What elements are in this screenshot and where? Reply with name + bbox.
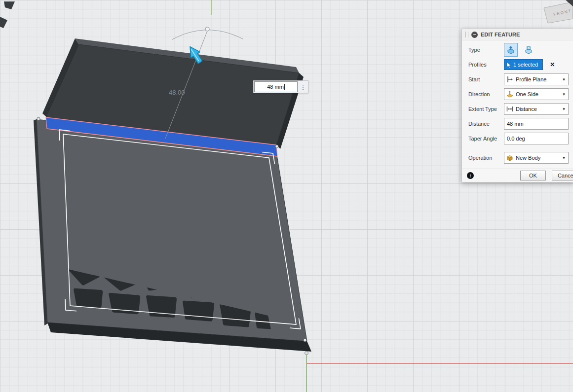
- row-start: Start Profile Plane ▾: [462, 72, 573, 87]
- arc-handle-dot[interactable]: [205, 27, 209, 31]
- kebab-menu-icon[interactable]: ⋮: [298, 81, 308, 93]
- distance-input[interactable]: 48 mm: [504, 118, 569, 130]
- distance-value: 48 mm: [507, 121, 524, 127]
- row-profiles: Profiles 1 selected ✕: [462, 57, 573, 72]
- distance-extent-icon: [506, 105, 514, 113]
- one-side-icon: [506, 90, 514, 98]
- operation-dropdown[interactable]: New Body ▾: [504, 152, 569, 164]
- cursor-icon: [506, 62, 511, 68]
- rotate-arc[interactable]: [172, 30, 243, 39]
- row-taper-angle: Taper Angle 0.0 deg: [462, 131, 573, 146]
- cancel-button[interactable]: Cancel: [552, 171, 573, 180]
- profiles-selected-count: 1 selected: [513, 62, 538, 68]
- extent-type-dropdown[interactable]: Distance ▾: [504, 103, 569, 115]
- extrude-one-side-type-button[interactable]: [504, 43, 518, 57]
- edit-feature-dialog: – EDIT FEATURE Type: [461, 29, 573, 182]
- row-type: Type: [462, 42, 573, 57]
- extent-type-value: Distance: [516, 106, 561, 112]
- fusion-viewport: 48.00 FRONT 48 mm ⋮: [0, 0, 573, 392]
- row-direction: Direction One Side ▾: [462, 87, 573, 102]
- direction-dropdown[interactable]: One Side ▾: [504, 88, 569, 100]
- dimension-input-value: 48 mm: [267, 84, 284, 90]
- distance-label: Distance: [468, 121, 504, 127]
- extrude-solid-icon: [506, 45, 516, 55]
- dimension-input[interactable]: 48 mm: [254, 81, 298, 92]
- row-distance: Distance 48 mm: [462, 116, 573, 131]
- row-extent-type: Extent Type Distance ▾: [462, 102, 573, 116]
- text-caret: [284, 84, 285, 90]
- dimension-label: 48.00: [169, 89, 185, 96]
- profiles-selected-chip[interactable]: 1 selected: [504, 59, 543, 70]
- chevron-down-icon: ▾: [561, 107, 567, 111]
- dialog-header[interactable]: – EDIT FEATURE: [462, 29, 573, 40]
- y-axis-line-top: [211, 0, 212, 15]
- drag-grip-icon[interactable]: [465, 32, 468, 37]
- row-operation: Operation New Body ▾: [462, 150, 573, 165]
- taper-angle-value: 0.0 deg: [507, 136, 525, 142]
- dimension-input-box: 48 mm ⋮: [253, 80, 308, 93]
- profile-plane-icon: [506, 75, 514, 83]
- viewcube[interactable]: FRONT: [544, 0, 573, 23]
- operation-value: New Body: [516, 155, 561, 161]
- start-dropdown[interactable]: Profile Plane ▾: [504, 73, 569, 85]
- info-icon[interactable]: i: [467, 172, 474, 179]
- direction-label: Direction: [468, 91, 504, 97]
- start-value: Profile Plane: [516, 76, 561, 82]
- profiles-label: Profiles: [468, 62, 504, 68]
- extent-type-label: Extent Type: [468, 106, 504, 112]
- origin-dot: [305, 352, 308, 355]
- taper-angle-input[interactable]: 0.0 deg: [504, 133, 569, 144]
- clear-selection-icon[interactable]: ✕: [550, 61, 555, 68]
- new-body-icon: [506, 154, 514, 162]
- extrude-thin-type-button[interactable]: [522, 43, 535, 56]
- direction-value: One Side: [516, 91, 561, 97]
- chevron-down-icon: ▾: [561, 77, 567, 82]
- type-label: Type: [468, 47, 504, 53]
- chevron-down-icon: ▾: [561, 92, 567, 97]
- taper-angle-label: Taper Angle: [468, 136, 504, 142]
- start-label: Start: [468, 76, 504, 82]
- collapse-icon[interactable]: –: [471, 32, 478, 38]
- ok-button[interactable]: OK: [520, 171, 546, 180]
- model-fragment-topleft: [0, 1, 15, 28]
- dialog-footer: i OK Cancel: [462, 169, 573, 182]
- extrude-thin-icon: [524, 45, 534, 55]
- operation-label: Operation: [468, 155, 504, 161]
- world-axes: [305, 352, 573, 392]
- chevron-down-icon: ▾: [561, 155, 567, 160]
- dialog-title: EDIT FEATURE: [481, 32, 520, 37]
